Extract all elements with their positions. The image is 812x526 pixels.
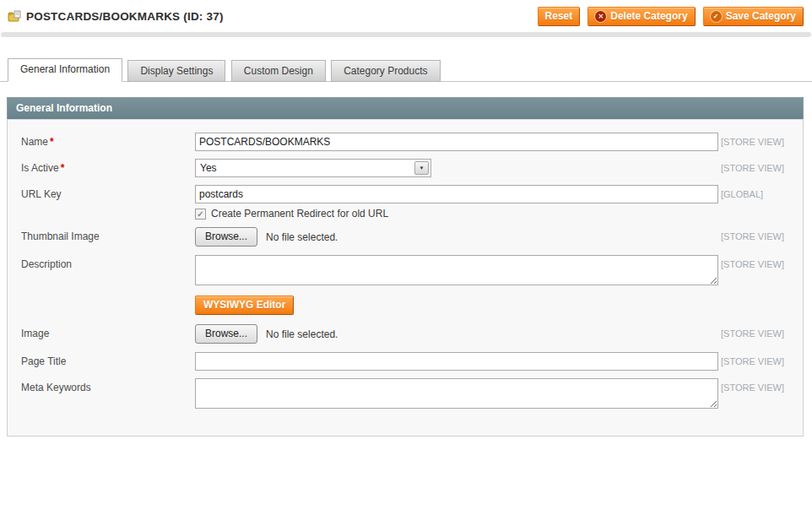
name-scope-label: [STORE VIEW] bbox=[718, 133, 784, 147]
page-title-label: Page Title bbox=[21, 352, 195, 367]
save-category-button[interactable]: ✓ Save Category bbox=[703, 7, 804, 26]
meta-keywords-scope-label: [STORE VIEW] bbox=[718, 378, 784, 393]
delete-button-label: Delete Category bbox=[610, 10, 687, 22]
description-label: Description bbox=[21, 255, 195, 270]
is-active-label: Is Active* bbox=[21, 159, 195, 174]
form-row-name: Name* [STORE VIEW] bbox=[21, 133, 789, 151]
form-row-is-active: Is Active* Yes ▼ [STORE VIEW] bbox=[21, 159, 789, 177]
permanent-redirect-label: Create Permanent Redirect for old URL bbox=[211, 208, 388, 220]
tab-custom-design[interactable]: Custom Design bbox=[231, 60, 326, 82]
delete-icon: ✕ bbox=[595, 11, 606, 22]
reset-button-label: Reset bbox=[545, 10, 573, 22]
url-key-label: URL Key bbox=[21, 185, 195, 200]
name-input[interactable] bbox=[195, 133, 718, 151]
meta-keywords-textarea[interactable] bbox=[195, 378, 718, 409]
page-title-scope-label: [STORE VIEW] bbox=[718, 352, 784, 366]
is-active-scope-label: [STORE VIEW] bbox=[718, 159, 784, 173]
image-label: Image bbox=[21, 324, 195, 339]
is-active-selected-value: Yes bbox=[196, 162, 414, 174]
description-textarea[interactable] bbox=[195, 255, 718, 285]
thumbnail-scope-label: [STORE VIEW] bbox=[718, 227, 784, 241]
header-divider bbox=[1, 32, 811, 37]
section-header: General Information bbox=[7, 97, 804, 119]
category-tabs: General Information Display Settings Cus… bbox=[0, 58, 812, 82]
thumbnail-image-label: Thumbnail Image bbox=[21, 227, 195, 242]
header-actions: Reset ✕ Delete Category ✓ Save Category bbox=[538, 7, 804, 26]
form-row-image: Image Browse... No file selected. [STORE… bbox=[21, 324, 789, 344]
delete-category-button[interactable]: ✕ Delete Category bbox=[587, 7, 695, 26]
page-title: POSTCARDS/BOOKMARKS (ID: 37) bbox=[26, 10, 224, 23]
permanent-redirect-checkbox[interactable]: ✓ bbox=[195, 209, 206, 220]
form-row-url-key: URL Key ✓ Create Permanent Redirect for … bbox=[21, 185, 789, 220]
wysiwyg-editor-button[interactable]: WYSIWYG Editor bbox=[195, 296, 294, 315]
meta-keywords-label: Meta Keywords bbox=[21, 378, 195, 393]
tab-display-settings[interactable]: Display Settings bbox=[127, 60, 225, 82]
form-row-meta-keywords: Meta Keywords [STORE VIEW] bbox=[21, 378, 789, 411]
thumbnail-browse-button[interactable]: Browse... bbox=[195, 227, 257, 247]
general-information-fieldset: Name* [STORE VIEW] Is Active* Yes ▼ [STO… bbox=[7, 119, 804, 437]
save-icon: ✓ bbox=[711, 11, 722, 22]
image-browse-button[interactable]: Browse... bbox=[195, 324, 257, 344]
page-title-input[interactable] bbox=[195, 352, 718, 371]
save-button-label: Save Category bbox=[726, 10, 796, 22]
reset-button[interactable]: Reset bbox=[538, 7, 581, 26]
required-mark: * bbox=[61, 162, 65, 174]
main-content: General Information Name* [STORE VIEW] I… bbox=[7, 97, 804, 437]
form-row-page-title: Page Title [STORE VIEW] bbox=[21, 352, 789, 371]
tab-category-products[interactable]: Category Products bbox=[331, 60, 440, 82]
chevron-down-icon: ▼ bbox=[414, 161, 429, 175]
required-mark: * bbox=[50, 136, 54, 148]
url-key-input[interactable] bbox=[195, 185, 718, 203]
page-header: POSTCARDS/BOOKMARKS (ID: 37) Reset ✕ Del… bbox=[0, 0, 812, 25]
form-row-description: Description WYSIWYG Editor [STORE VIEW] bbox=[21, 255, 789, 315]
url-key-scope-label: [GLOBAL] bbox=[718, 185, 763, 199]
thumbnail-file-status: No file selected. bbox=[266, 231, 338, 243]
category-folder-icon bbox=[8, 10, 21, 24]
form-row-thumbnail-image: Thumbnail Image Browse... No file select… bbox=[21, 227, 789, 247]
description-scope-label: [STORE VIEW] bbox=[718, 255, 784, 269]
is-active-select[interactable]: Yes ▼ bbox=[195, 159, 431, 177]
name-label: Name* bbox=[21, 133, 195, 148]
image-file-status: No file selected. bbox=[266, 328, 338, 340]
tab-general-information[interactable]: General Information bbox=[8, 58, 122, 82]
image-scope-label: [STORE VIEW] bbox=[718, 324, 784, 339]
